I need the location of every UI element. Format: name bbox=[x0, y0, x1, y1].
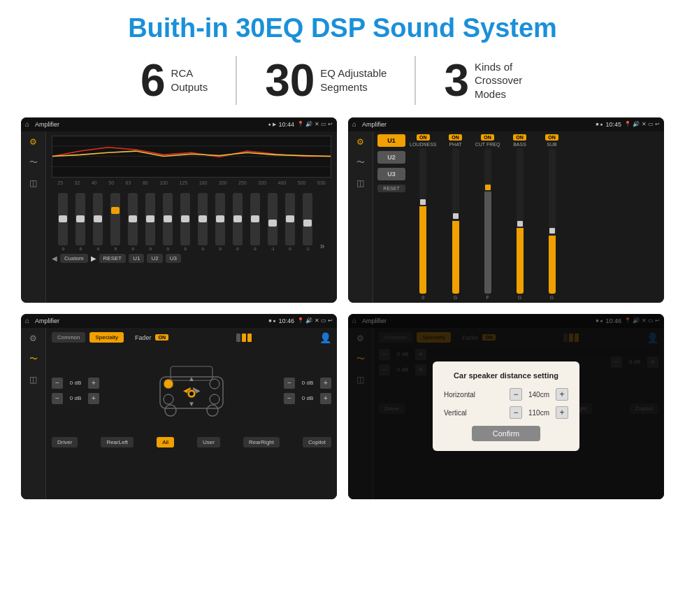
fader-driver-btn[interactable]: Driver bbox=[52, 437, 78, 447]
minus-tr[interactable]: − bbox=[284, 378, 295, 389]
fader-sidebar-wave-icon[interactable]: 〜 bbox=[29, 353, 38, 365]
minus-bl[interactable]: − bbox=[52, 393, 63, 404]
eq-prev-arrow[interactable]: ◀ bbox=[52, 255, 57, 262]
eq-track-12[interactable] bbox=[268, 193, 277, 245]
dialog-horizontal-minus[interactable]: − bbox=[510, 388, 522, 401]
eq-freq-25: 25 bbox=[57, 180, 63, 185]
eq-home-icon[interactable]: ⌂ bbox=[25, 120, 29, 128]
cv-sidebar-wave-icon[interactable]: 〜 bbox=[356, 157, 365, 169]
dialog-row-vertical: Vertical − 110cm + bbox=[444, 406, 568, 419]
eq-more-arrow[interactable]: » bbox=[320, 241, 325, 251]
eq-slider-10: 0 bbox=[233, 193, 243, 251]
fader-rearleft-btn[interactable]: RearLeft bbox=[101, 437, 134, 447]
plus-bl[interactable]: + bbox=[88, 393, 99, 404]
fader-bar-2 bbox=[242, 334, 246, 342]
level-val-br: 0 dB bbox=[298, 395, 317, 401]
cv-bass: ON BASS G bbox=[507, 134, 533, 300]
eq-slider-3: 5 bbox=[110, 193, 120, 251]
dialog-horizontal-plus[interactable]: + bbox=[556, 388, 568, 401]
eq-track-0[interactable] bbox=[58, 193, 68, 245]
eq-slider-8: 0 bbox=[198, 193, 208, 251]
minus-br[interactable]: − bbox=[284, 393, 295, 404]
car-svg: ◀ ▶ ▲ ▼ bbox=[153, 356, 230, 426]
plus-tl[interactable]: + bbox=[88, 378, 99, 389]
eq-u1-btn[interactable]: U1 bbox=[129, 254, 144, 263]
svg-point-9 bbox=[210, 379, 219, 389]
fader-copilot-btn[interactable]: Copilot bbox=[303, 437, 331, 447]
cv-sidebar-speaker-icon[interactable]: ◫ bbox=[356, 178, 364, 188]
fader-area: − 0 dB + − 0 dB + bbox=[52, 349, 331, 433]
eq-track-9[interactable] bbox=[215, 193, 225, 245]
eq-track-7[interactable] bbox=[180, 193, 190, 245]
eq-status-icons: 📍 🔊 ✕ ▭ ↩ bbox=[297, 121, 333, 127]
eq-sliders: 0 0 0 5 bbox=[52, 188, 331, 251]
eq-u2-btn[interactable]: U2 bbox=[147, 254, 162, 263]
cv-phat-track[interactable] bbox=[452, 148, 459, 294]
main-title: Buith-in 30EQ DSP Sound System bbox=[21, 14, 664, 43]
eq-freq-63: 63 bbox=[126, 180, 131, 185]
cv-loudness: ON LOUDNESS 0 bbox=[410, 134, 437, 300]
minus-tl[interactable]: − bbox=[52, 378, 63, 389]
eq-track-5[interactable] bbox=[145, 193, 155, 245]
eq-freq-125: 125 bbox=[179, 180, 187, 185]
fader-sidebar-speaker-icon[interactable]: ◫ bbox=[29, 375, 37, 385]
eq-track-4[interactable] bbox=[128, 193, 138, 245]
fader-app-title: Amplifier bbox=[35, 317, 266, 324]
stats-row: 6 RCAOutputs 30 EQ AdjustableSegments 3 … bbox=[21, 56, 664, 105]
fader-user-btn[interactable]: User bbox=[197, 437, 220, 447]
eq-track-10[interactable] bbox=[233, 193, 243, 245]
svg-rect-0 bbox=[52, 136, 331, 177]
cv-cutfreq-track[interactable] bbox=[484, 148, 491, 294]
eq-track-6[interactable] bbox=[163, 193, 173, 245]
eq-custom-btn[interactable]: Custom bbox=[60, 254, 88, 263]
eq-freq-400: 400 bbox=[278, 180, 287, 185]
cv-sub-val: G bbox=[550, 295, 554, 300]
fader-specialty-tab[interactable]: Specialty bbox=[89, 332, 123, 343]
eq-track-3[interactable] bbox=[110, 193, 120, 245]
eq-track-14[interactable] bbox=[303, 193, 312, 245]
eq-track-11[interactable] bbox=[250, 193, 260, 245]
fader-common-tab[interactable]: Common bbox=[52, 332, 85, 343]
cv-u3-btn[interactable]: U3 bbox=[377, 168, 405, 180]
cv-sidebar-eq-icon[interactable]: ⚙ bbox=[356, 137, 364, 147]
eq-freq-200: 200 bbox=[219, 180, 227, 185]
cv-home-icon[interactable]: ⌂ bbox=[352, 120, 356, 128]
screen-eq: ⌂ Amplifier ● ▶ 10:44 📍 🔊 ✕ ▭ ↩ ⚙ 〜 ◫ bbox=[21, 117, 337, 303]
fader-home-icon[interactable]: ⌂ bbox=[25, 317, 29, 324]
eq-play-btn[interactable]: ▶ bbox=[91, 255, 96, 262]
cv-sub-on: ON bbox=[545, 134, 558, 141]
fader-person-icon[interactable]: 👤 bbox=[319, 332, 331, 343]
dialog-vertical-plus[interactable]: + bbox=[556, 406, 568, 419]
fader-rearright-btn[interactable]: RearRight bbox=[243, 437, 280, 447]
cv-u1-btn[interactable]: U1 bbox=[377, 134, 405, 147]
cv-u2-btn[interactable]: U2 bbox=[377, 151, 405, 164]
eq-sidebar-speaker-icon[interactable]: ◫ bbox=[29, 178, 37, 188]
eq-content: ⚙ 〜 ◫ bbox=[21, 131, 337, 303]
screen-fader: ⌂ Amplifier ■ ● 10:46 📍 🔊 ✕ ▭ ↩ ⚙ 〜 ◫ Co… bbox=[21, 314, 337, 499]
eq-track-2[interactable] bbox=[93, 193, 103, 245]
cv-sub-label: SUB bbox=[547, 142, 556, 147]
level-row-tr: − 0 dB + bbox=[284, 378, 331, 389]
dialog-confirm-button[interactable]: Confirm bbox=[472, 426, 541, 441]
eq-sidebar-wave-icon[interactable]: 〜 bbox=[29, 157, 38, 169]
fader-sidebar-eq-icon[interactable]: ⚙ bbox=[29, 334, 37, 343]
eq-track-8[interactable] bbox=[198, 193, 208, 245]
stat-label-eq: EQ AdjustableSegments bbox=[320, 66, 387, 94]
eq-u3-btn[interactable]: U3 bbox=[166, 254, 181, 263]
dialog-vertical-minus[interactable]: − bbox=[510, 406, 522, 419]
plus-tr[interactable]: + bbox=[320, 378, 331, 389]
cv-reset-btn[interactable]: RESET bbox=[377, 185, 405, 192]
plus-br[interactable]: + bbox=[320, 393, 331, 404]
fader-all-btn[interactable]: All bbox=[157, 437, 174, 447]
stat-label-rca: RCAOutputs bbox=[171, 66, 208, 94]
eq-track-13[interactable] bbox=[285, 193, 295, 245]
cv-loudness-track[interactable] bbox=[419, 148, 426, 294]
dialog-horizontal-label: Horizontal bbox=[444, 391, 475, 399]
eq-track-1[interactable] bbox=[75, 193, 85, 245]
cv-sub-track[interactable] bbox=[549, 148, 556, 294]
cv-bass-track[interactable] bbox=[517, 148, 524, 294]
eq-freq-100: 100 bbox=[159, 180, 168, 185]
fader-bar-1 bbox=[236, 334, 240, 342]
eq-reset-btn[interactable]: RESET bbox=[99, 254, 127, 263]
eq-sidebar-eq-icon[interactable]: ⚙ bbox=[29, 137, 37, 147]
